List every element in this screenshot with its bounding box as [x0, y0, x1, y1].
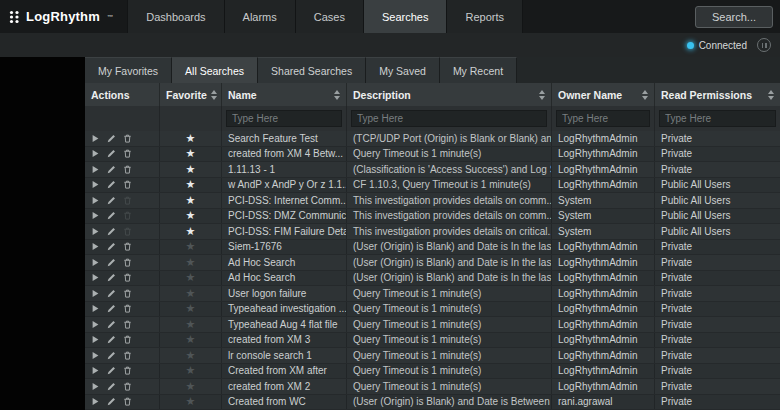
- edit-icon[interactable]: [107, 320, 116, 329]
- delete-icon[interactable]: [123, 165, 132, 174]
- table-row[interactable]: ★ Search Feature Test (TCP/UDP Port (Ori…: [85, 131, 780, 147]
- edit-icon[interactable]: [107, 180, 116, 189]
- row-name[interactable]: Ad Hoc Search: [222, 255, 347, 270]
- owner-filter-input[interactable]: [556, 110, 650, 127]
- edit-icon[interactable]: [107, 196, 116, 205]
- table-row[interactable]: ★ Created from XM after Query Timeout is…: [85, 364, 780, 380]
- table-row[interactable]: ★ Siem-17676 (User (Origin) is Blank) an…: [85, 240, 780, 256]
- delete-icon[interactable]: [123, 196, 132, 205]
- edit-icon[interactable]: [107, 335, 116, 344]
- delete-icon[interactable]: [123, 149, 132, 158]
- sort-icon[interactable]: [334, 90, 340, 100]
- delete-icon[interactable]: [123, 320, 132, 329]
- favorite-star[interactable]: ★: [186, 319, 196, 330]
- row-name[interactable]: PCI-DSS: Internet Comm...: [222, 193, 347, 208]
- table-row[interactable]: ★ Typeahead Aug 4 flat file Query Timeou…: [85, 317, 780, 333]
- table-row[interactable]: ★ created from XM 4 Betw... Query Timeou…: [85, 147, 780, 163]
- delete-icon[interactable]: [123, 180, 132, 189]
- delete-icon[interactable]: [123, 366, 132, 375]
- table-row[interactable]: ★ 1.11.13 - 1 (Classification is 'Access…: [85, 162, 780, 178]
- favorite-star[interactable]: ★: [186, 288, 196, 299]
- tab-my-saved[interactable]: My Saved: [366, 57, 440, 83]
- table-row[interactable]: ★ created from XM 2 Query Timeout is 1 m…: [85, 379, 780, 395]
- row-name[interactable]: w AndP x AndP y Or z 1.1...: [222, 178, 347, 193]
- favorite-star[interactable]: ★: [186, 133, 196, 144]
- delete-icon[interactable]: [123, 258, 132, 267]
- permissions-filter-input[interactable]: [659, 110, 776, 127]
- run-search-icon[interactable]: [91, 335, 100, 344]
- run-search-icon[interactable]: [91, 196, 100, 205]
- edit-icon[interactable]: [107, 134, 116, 143]
- table-row[interactable]: ★ lr console search 1 Query Timeout is 1…: [85, 348, 780, 364]
- tab-my-recent[interactable]: My Recent: [440, 57, 517, 83]
- sort-icon[interactable]: [539, 90, 545, 100]
- nav-item-cases[interactable]: Cases: [296, 0, 364, 33]
- run-search-icon[interactable]: [91, 397, 100, 406]
- delete-icon[interactable]: [123, 304, 132, 313]
- column-header-read-permissions[interactable]: Read Permissions: [655, 83, 780, 106]
- row-name[interactable]: lr console search 1: [222, 348, 347, 363]
- delete-icon[interactable]: [123, 335, 132, 344]
- row-name[interactable]: Ad Hoc Search: [222, 271, 347, 286]
- favorite-star[interactable]: ★: [186, 303, 196, 314]
- table-row[interactable]: ★ PCI-DSS: Internet Comm... This investi…: [85, 193, 780, 209]
- row-name[interactable]: Search Feature Test: [222, 131, 347, 146]
- edit-icon[interactable]: [107, 382, 116, 391]
- edit-icon[interactable]: [107, 304, 116, 313]
- run-search-icon[interactable]: [91, 211, 100, 220]
- favorite-star[interactable]: ★: [186, 226, 196, 237]
- tab-shared-searches[interactable]: Shared Searches: [258, 57, 366, 83]
- pause-icon[interactable]: [757, 38, 771, 52]
- column-header-description[interactable]: Description: [347, 83, 552, 106]
- run-search-icon[interactable]: [91, 227, 100, 236]
- edit-icon[interactable]: [107, 351, 116, 360]
- sort-icon[interactable]: [642, 90, 648, 100]
- global-search-button[interactable]: Search...: [695, 6, 773, 28]
- delete-icon[interactable]: [123, 382, 132, 391]
- delete-icon[interactable]: [123, 289, 132, 298]
- favorite-star[interactable]: ★: [186, 241, 196, 252]
- favorite-star[interactable]: ★: [186, 195, 196, 206]
- run-search-icon[interactable]: [91, 351, 100, 360]
- delete-icon[interactable]: [123, 397, 132, 406]
- edit-icon[interactable]: [107, 397, 116, 406]
- row-name[interactable]: PCI-DSS: FIM Failure Detail: [222, 224, 347, 239]
- favorite-star[interactable]: ★: [186, 179, 196, 190]
- delete-icon[interactable]: [123, 242, 132, 251]
- table-row[interactable]: ★ Created from WC (User (Origin) is Blan…: [85, 395, 780, 410]
- edit-icon[interactable]: [107, 227, 116, 236]
- delete-icon[interactable]: [123, 273, 132, 282]
- table-row[interactable]: ★ PCI-DSS: FIM Failure Detail This inves…: [85, 224, 780, 240]
- row-name[interactable]: PCI-DSS: DMZ Communic...: [222, 209, 347, 224]
- row-name[interactable]: Typeahead Aug 4 flat file: [222, 317, 347, 332]
- row-name[interactable]: Created from XM after: [222, 364, 347, 379]
- delete-icon[interactable]: [123, 351, 132, 360]
- run-search-icon[interactable]: [91, 258, 100, 267]
- row-name[interactable]: created from XM 4 Betw...: [222, 147, 347, 162]
- edit-icon[interactable]: [107, 258, 116, 267]
- edit-icon[interactable]: [107, 165, 116, 174]
- row-name[interactable]: Typeahead investigation ...: [222, 302, 347, 317]
- name-filter-input[interactable]: [226, 110, 342, 127]
- description-filter-input[interactable]: [351, 110, 547, 127]
- table-row[interactable]: ★ Ad Hoc Search (User (Origin) is Blank)…: [85, 255, 780, 271]
- column-header-favorite[interactable]: Favorite: [160, 83, 222, 106]
- favorite-star[interactable]: ★: [186, 334, 196, 345]
- delete-icon[interactable]: [123, 211, 132, 220]
- run-search-icon[interactable]: [91, 134, 100, 143]
- favorite-star[interactable]: ★: [186, 396, 196, 407]
- favorite-star[interactable]: ★: [186, 381, 196, 392]
- edit-icon[interactable]: [107, 366, 116, 375]
- tab-all-searches[interactable]: All Searches: [172, 57, 258, 83]
- run-search-icon[interactable]: [91, 149, 100, 158]
- row-name[interactable]: created from XM 3: [222, 333, 347, 348]
- table-row[interactable]: ★ Typeahead investigation ... Query Time…: [85, 302, 780, 318]
- run-search-icon[interactable]: [91, 382, 100, 391]
- sort-icon[interactable]: [211, 90, 217, 100]
- favorite-star[interactable]: ★: [186, 350, 196, 361]
- table-row[interactable]: ★ PCI-DSS: DMZ Communic... This investig…: [85, 209, 780, 225]
- run-search-icon[interactable]: [91, 180, 100, 189]
- row-name[interactable]: User logon failure: [222, 286, 347, 301]
- delete-icon[interactable]: [123, 227, 132, 236]
- row-name[interactable]: created from XM 2: [222, 379, 347, 394]
